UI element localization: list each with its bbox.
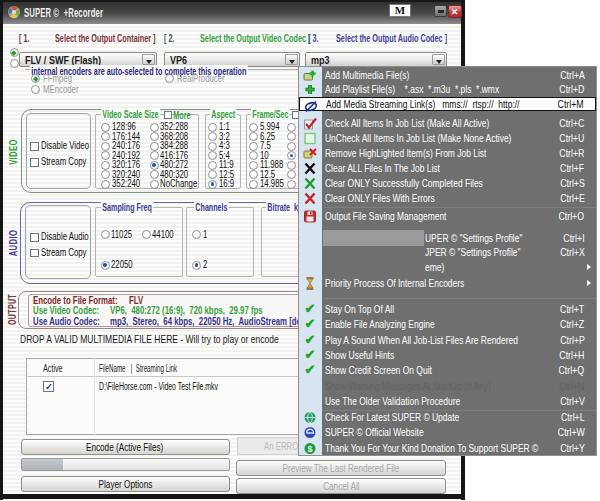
svg-text:$: $ [307, 443, 312, 453]
